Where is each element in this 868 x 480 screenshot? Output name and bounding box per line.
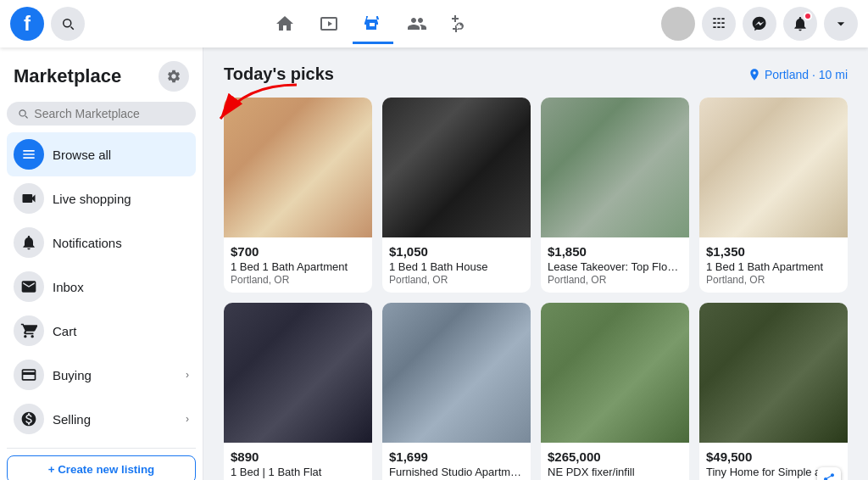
groups-icon	[407, 14, 427, 34]
nav-groups-button[interactable]	[397, 3, 437, 44]
main-content: Today's picks Portland · 10 mi $700 1 Be…	[203, 47, 868, 480]
inbox-icon	[14, 271, 44, 302]
create-listing-button[interactable]: + Create new listing	[7, 455, 196, 480]
location-icon	[748, 68, 761, 81]
listing-card-1[interactable]: $700 1 Bed 1 Bath Apartment Portland, OR	[224, 98, 372, 293]
nav-video-button[interactable]	[309, 3, 349, 44]
nav-home-button[interactable]	[264, 3, 305, 44]
listing-price-6: $1,699	[389, 449, 524, 464]
notifications-label: Notifications	[53, 236, 189, 250]
nav-center	[264, 3, 481, 44]
sidebar-item-inbox[interactable]: Inbox	[7, 265, 196, 309]
chevron-down-icon	[832, 15, 849, 32]
search-input[interactable]	[34, 107, 186, 120]
listing-card-4[interactable]: $1,350 1 Bed 1 Bath Apartment Portland, …	[699, 98, 848, 293]
listing-price-1: $700	[231, 244, 365, 259]
shop-icon	[363, 13, 383, 33]
sidebar-item-selling[interactable]: Selling ›	[7, 397, 196, 441]
listing-info-2: $1,050 1 Bed 1 Bath House Portland, OR	[382, 237, 531, 293]
listing-info-3: $1,850 Lease Takeover: Top Floor 1 bed/1…	[541, 237, 689, 293]
facebook-logo[interactable]: f	[10, 7, 44, 41]
settings-button[interactable]	[159, 61, 189, 92]
gaming-icon	[451, 14, 471, 34]
search-button[interactable]	[51, 7, 85, 41]
video-icon	[319, 14, 339, 34]
buying-arrow: ›	[186, 369, 189, 381]
listing-desc-4: 1 Bed 1 Bath Apartment	[706, 260, 841, 273]
listing-card-3[interactable]: $1,850 Lease Takeover: Top Floor 1 bed/1…	[541, 98, 689, 293]
listing-desc-7: NE PDX fixer/infill	[548, 466, 682, 478]
live-label: Live shopping	[53, 192, 189, 206]
sidebar: Marketplace Browse all Live shopping	[0, 47, 203, 480]
messenger-button[interactable]	[743, 7, 776, 41]
notifications-button[interactable]	[783, 7, 817, 41]
buying-label: Buying	[53, 368, 177, 382]
selling-arrow: ›	[186, 413, 189, 425]
cart-icon	[14, 315, 44, 346]
sidebar-item-live[interactable]: Live shopping	[7, 176, 196, 220]
listing-image-2	[382, 98, 531, 237]
listing-location-3: Portland, OR	[548, 274, 682, 286]
notification-dot	[804, 12, 812, 20]
selling-label: Selling	[53, 412, 177, 427]
notifications-icon	[14, 227, 44, 258]
section-title: Today's picks	[224, 64, 334, 84]
selling-icon	[14, 404, 44, 434]
listing-card-6[interactable]: $1,699 Furnished Studio Apartment Portla…	[382, 303, 531, 480]
sidebar-item-cart[interactable]: Cart	[7, 309, 196, 353]
listing-price-3: $1,850	[548, 244, 682, 259]
listing-desc-1: 1 Bed 1 Bath Apartment	[231, 260, 365, 273]
listing-image-5	[224, 303, 372, 443]
browse-icon	[14, 139, 44, 170]
listing-location-4: Portland, OR	[706, 274, 841, 286]
listing-card-5[interactable]: $890 1 Bed | 1 Bath Flat Portland, OR	[224, 303, 372, 480]
location-badge[interactable]: Portland · 10 mi	[748, 68, 848, 81]
listing-desc-5: 1 Bed | 1 Bath Flat	[231, 466, 365, 478]
listing-info-4: $1,350 1 Bed 1 Bath Apartment Portland, …	[699, 237, 848, 293]
listing-card-7[interactable]: $265,000 NE PDX fixer/infill Portland, O…	[541, 303, 689, 480]
listing-info-1: $700 1 Bed 1 Bath Apartment Portland, OR	[224, 237, 372, 293]
listing-card-2[interactable]: $1,050 1 Bed 1 Bath House Portland, OR	[382, 98, 531, 293]
nav-marketplace-button[interactable]	[353, 3, 393, 44]
listings-grid: $700 1 Bed 1 Bath Apartment Portland, OR…	[224, 98, 848, 480]
listing-price-2: $1,050	[389, 244, 524, 259]
listing-info-6: $1,699 Furnished Studio Apartment Portla…	[382, 443, 531, 480]
listing-location-2: Portland, OR	[389, 274, 524, 286]
listing-image-1	[224, 98, 372, 237]
nav-right	[661, 7, 858, 41]
listing-price-8: $49,500	[706, 449, 841, 464]
marketplace-title: Marketplace	[14, 65, 121, 87]
share-icon	[822, 472, 836, 480]
share-button[interactable]	[817, 467, 841, 480]
listing-image-7	[541, 303, 689, 443]
apps-button[interactable]	[702, 7, 736, 41]
listing-price-5: $890	[231, 449, 365, 464]
listing-location-1: Portland, OR	[231, 274, 365, 286]
sidebar-item-notifications[interactable]: Notifications	[7, 220, 196, 265]
sidebar-item-browse[interactable]: Browse all	[7, 132, 196, 176]
nav-gaming-button[interactable]	[441, 3, 481, 44]
browse-label: Browse all	[53, 148, 189, 162]
account-button[interactable]	[824, 7, 858, 41]
listing-price-7: $265,000	[548, 449, 682, 464]
listing-desc-3: Lease Takeover: Top Floor 1 bed/1 bath	[548, 260, 682, 273]
nav-left: f	[10, 7, 85, 41]
grid-icon	[710, 15, 727, 32]
listing-image-4	[699, 98, 848, 237]
sidebar-item-buying[interactable]: Buying ›	[7, 353, 196, 397]
inbox-label: Inbox	[53, 280, 189, 294]
listing-desc-2: 1 Bed 1 Bath House	[389, 260, 524, 273]
search-marketplace[interactable]	[7, 102, 196, 126]
cart-label: Cart	[53, 324, 189, 338]
search-icon	[17, 107, 29, 120]
listing-desc-6: Furnished Studio Apartment	[389, 466, 524, 478]
listing-image-3	[541, 98, 689, 237]
user-avatar[interactable]	[661, 7, 695, 41]
live-icon	[14, 183, 44, 214]
divider-1	[7, 448, 196, 449]
listing-info-5: $890 1 Bed | 1 Bath Flat Portland, OR	[224, 443, 372, 480]
listing-card-8[interactable]: $49,500 Tiny Home for Simple and Good Li…	[699, 303, 848, 480]
messenger-icon	[751, 15, 768, 32]
search-icon	[60, 16, 75, 31]
section-header: Today's picks Portland · 10 mi	[224, 64, 848, 84]
